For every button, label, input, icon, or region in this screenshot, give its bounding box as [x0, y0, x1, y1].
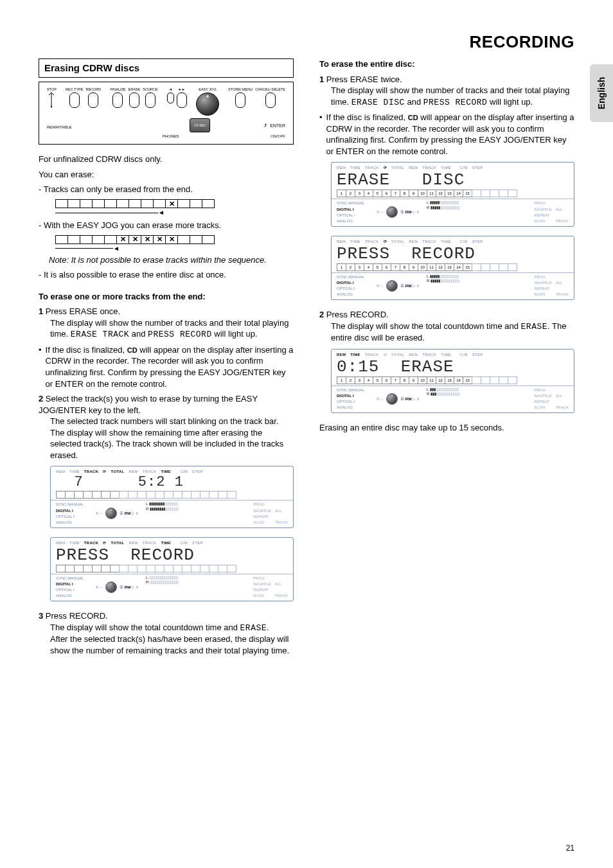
- step-text: Press ERASE twice.: [326, 75, 402, 84]
- bullet-icon: •: [39, 344, 42, 389]
- loop-icon: ↻→: [377, 283, 384, 288]
- loop-icon: ↻→: [96, 511, 103, 516]
- bullet-easy-jog: - With the EASY JOG you can erase more t…: [39, 220, 294, 231]
- closing-note: Erasing an entire disc may take up to 15…: [319, 422, 574, 434]
- cd-label: CD: [127, 346, 138, 354]
- step-text: Press ERASE once.: [46, 306, 120, 316]
- step-text: Press RECORD.: [46, 611, 108, 621]
- note-a: If the disc is finalized,: [326, 112, 406, 122]
- x-icon: ✕: [157, 235, 163, 244]
- easy-jog-knob: [196, 93, 219, 116]
- x-icon: ✕: [132, 235, 138, 244]
- subhead-erase-tracks: To erase one or more tracks from the end…: [39, 291, 294, 303]
- step-num: 1: [319, 75, 324, 84]
- step-body-a: The display will show the total countdow…: [331, 321, 519, 331]
- rec-type-button: [69, 93, 80, 108]
- finalize-button: [112, 93, 123, 108]
- step-body-a: The display will show the total countdow…: [50, 623, 238, 632]
- left-column: Erasing CDRW discs STOP REC TYPE RECORD …: [39, 58, 294, 660]
- erase-button: [129, 93, 139, 108]
- mini-knob-icon: [386, 206, 398, 218]
- rewritable-label: REWRITABLE: [47, 125, 72, 130]
- x-icon: ✕: [169, 199, 175, 209]
- ctrl-label: FINALIZE: [110, 87, 125, 91]
- ctrl-label: EASY JOG: [199, 87, 216, 91]
- intro-line-2: You can erase:: [39, 169, 294, 181]
- language-tab: English: [590, 64, 613, 122]
- ctrl-label: REC TYPE: [66, 87, 83, 91]
- step-tail: will light up.: [490, 97, 533, 107]
- bullet-icon: •: [319, 112, 323, 157]
- x-icon: ✕: [169, 235, 175, 244]
- step-3: 3 Press RECORD. The display will show th…: [39, 610, 294, 656]
- ctrl-label: ◄: [169, 87, 172, 91]
- step-num: 1: [39, 306, 43, 316]
- step-body-b: The display will show the remaining time…: [50, 427, 294, 461]
- page-number: 21: [566, 844, 574, 853]
- step-1: 1 Press ERASE once. The display will sho…: [39, 306, 294, 341]
- ctrl-label: RECORD: [85, 87, 101, 91]
- note-a: If the disc is finalized,: [46, 345, 125, 355]
- ctrl-label: ERASE: [129, 87, 141, 91]
- page-title: RECORDING: [39, 32, 574, 52]
- language-tab-label: English: [596, 77, 607, 110]
- record-button: [88, 93, 98, 108]
- loop-icon: ↻→: [377, 396, 384, 402]
- ctrl-label: ►►: [178, 87, 185, 91]
- seg-erase: ERASE: [240, 623, 267, 633]
- intro-line-1: For unfinalized CDRW discs only.: [39, 154, 294, 165]
- x-icon: ✕: [145, 235, 150, 244]
- finalized-note: • If the disc is finalized, CD will appe…: [39, 344, 294, 389]
- arrow-left-2: ◄: [55, 245, 294, 252]
- right-column: To erase the entire disc: 1 Press ERASE …: [319, 58, 574, 660]
- next-button: [177, 93, 187, 108]
- trackbar: [56, 491, 288, 499]
- r-step-2: 2 Press RECORD. The display will show th…: [319, 309, 574, 344]
- display-figure-tracks: REM TIME TRACK ⟳ TOTAL REM TRACK TIME C/…: [50, 466, 294, 527]
- controls-top-row: STOP REC TYPE RECORD FINALIZE ERASE SOUR…: [47, 87, 285, 116]
- seg-erase: ERASE: [521, 322, 548, 332]
- display-figure-erase-disc: REMTIME TRACK⟳ TOTALREM TRACKTIME C/MSTE…: [331, 162, 574, 226]
- prev-button: [167, 93, 174, 103]
- page: RECORDING English Erasing CDRW discs STO…: [0, 0, 613, 868]
- bullet-entire-disc: - It is also possible to erase the entir…: [39, 269, 294, 281]
- mini-knob-icon: [105, 508, 117, 519]
- loop-icon: ↻→: [377, 209, 384, 215]
- mini-knob-icon: [386, 280, 398, 292]
- step-tail: will light up.: [214, 329, 257, 339]
- step-text: Select the track(s) you wish to erase by…: [39, 394, 258, 415]
- seg-erase-disc: ERASE DISC: [351, 98, 405, 107]
- ctrl-label: STORE/ MENU: [228, 87, 253, 91]
- controls-figure: STOP REC TYPE RECORD FINALIZE ERASE SOUR…: [39, 82, 294, 145]
- display-figure-countdown-erase: REM TIME TRACK⟳ TOTALREM TRACKTIME C/MST…: [331, 349, 574, 413]
- phones-label: PHONES: [163, 134, 179, 139]
- seg-press-record: PRESS RECORD: [423, 98, 488, 107]
- step-join: and: [407, 97, 421, 107]
- svg-point-0: [51, 106, 52, 107]
- step-2: 2 Select the track(s) you wish to erase …: [39, 393, 294, 461]
- seg-press-record: PRESS RECORD: [148, 330, 212, 339]
- bullet-erase-end: - Tracks can only be erased from the end…: [39, 184, 294, 195]
- section-heading: Erasing CDRW discs: [39, 58, 294, 78]
- display-figure-press-record-2: REMTIME TRACK⟳ TOTALREM TRACKTIME C/MSTE…: [331, 236, 574, 300]
- step-body-b: .: [267, 623, 269, 632]
- x-icon: ✕: [120, 235, 126, 244]
- step-text: Press RECORD.: [326, 310, 389, 319]
- mini-knob-icon: [105, 581, 117, 593]
- step-num: 2: [319, 310, 324, 319]
- subhead-erase-disc: To erase the entire disc:: [319, 58, 574, 70]
- ctrl-label: CANCEL/ DELETE: [255, 87, 285, 91]
- r-step-1: 1 Press ERASE twice. The display will sh…: [319, 74, 574, 109]
- ctrl-label: SOURCE: [143, 87, 158, 91]
- step-body-a: The selected track numbers will start bl…: [50, 416, 294, 427]
- seg-erase-track: ERASE TRACK: [71, 330, 129, 339]
- source-button: [145, 93, 155, 108]
- display-figure-press-record: REMTIME TRACK⟳ TOTALREM TRACKTIME C/MSTE…: [50, 537, 294, 601]
- loop-icon: ↻→: [96, 585, 103, 590]
- step-num: 3: [39, 611, 43, 621]
- step-join: and: [132, 329, 146, 339]
- step-body-c: After the selected track(s) has/have bee…: [50, 633, 294, 656]
- r-finalized-note: • If the disc is finalized, CD will appe…: [319, 112, 574, 157]
- mini-knob-icon: [386, 393, 398, 405]
- track-strip-1: ✕: [55, 199, 294, 208]
